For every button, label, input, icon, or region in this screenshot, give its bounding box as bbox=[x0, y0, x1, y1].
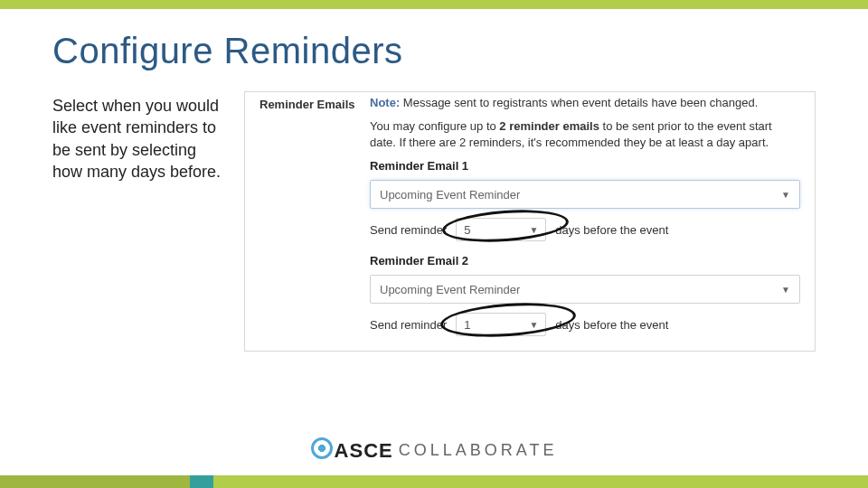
note-line: Note: Message sent to registrants when e… bbox=[370, 96, 800, 109]
reminder-2-heading: Reminder Email 2 bbox=[370, 254, 800, 267]
reminder-1-days-row: Send reminder 5 ▼ days before the event bbox=[370, 218, 800, 241]
reminder-1-template-value: Upcoming Event Reminder bbox=[380, 188, 520, 202]
reminder-1-template-select[interactable]: Upcoming Event Reminder ▼ bbox=[370, 180, 800, 209]
reminder-1-days-select[interactable]: 5 ▼ bbox=[456, 218, 546, 241]
side-label: Reminder Emails bbox=[259, 92, 370, 340]
reminder-1-days-value: 5 bbox=[464, 223, 470, 237]
brand-logo: ASCE bbox=[311, 437, 393, 463]
reminders-panel: Reminder Emails Note: Message sent to re… bbox=[244, 91, 816, 352]
chevron-down-icon: ▼ bbox=[781, 190, 790, 200]
brand-subtext: COLLABORATE bbox=[399, 441, 558, 460]
send-reminder-label: Send reminder bbox=[370, 223, 447, 237]
bottom-accent-bars bbox=[0, 475, 868, 488]
note-label: Note: bbox=[370, 96, 400, 109]
reminder-2-template-value: Upcoming Event Reminder bbox=[380, 283, 520, 296]
days-before-label: days before the event bbox=[555, 318, 668, 332]
info-block: You may configure up to 2 reminder email… bbox=[370, 118, 800, 150]
note-text: Message sent to registrants when event d… bbox=[403, 96, 758, 109]
chevron-down-icon: ▼ bbox=[529, 320, 538, 330]
page-title: Configure Reminders bbox=[52, 31, 816, 71]
days-before-label: days before the event bbox=[555, 223, 668, 237]
reminder-1-heading: Reminder Email 1 bbox=[370, 159, 800, 173]
reminder-2-days-row: Send reminder 1 ▼ days before the event bbox=[370, 313, 800, 336]
instruction-text: Select when you would like event reminde… bbox=[52, 91, 224, 183]
reminder-2-days-value: 1 bbox=[464, 318, 470, 332]
send-reminder-label: Send reminder bbox=[370, 318, 447, 332]
chevron-down-icon: ▼ bbox=[781, 285, 790, 295]
footer: ASCE COLLABORATE bbox=[0, 425, 868, 488]
reminder-2-days-select[interactable]: 1 ▼ bbox=[456, 313, 546, 336]
top-accent-bar bbox=[0, 0, 868, 9]
reminder-2-template-select[interactable]: Upcoming Event Reminder ▼ bbox=[370, 275, 800, 304]
chevron-down-icon: ▼ bbox=[529, 225, 538, 235]
